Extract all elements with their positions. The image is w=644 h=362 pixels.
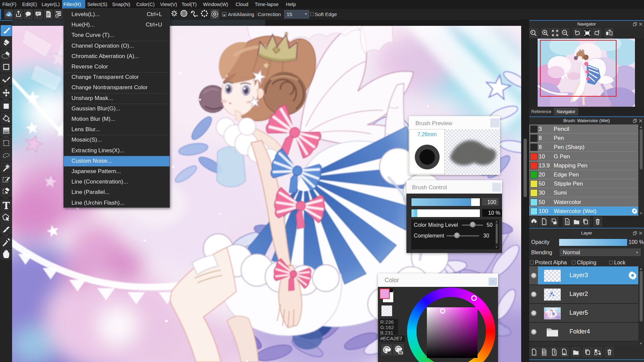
svg-text:S: S xyxy=(566,220,568,224)
